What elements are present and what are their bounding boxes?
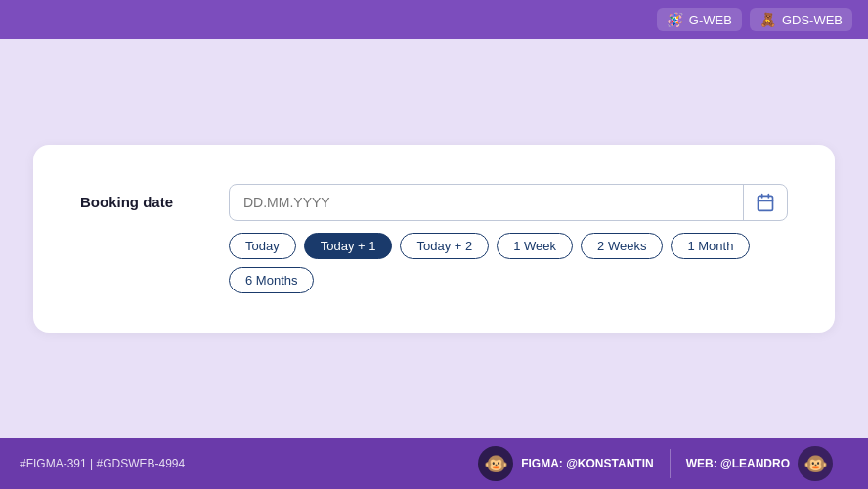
quick-btn-today-+-1[interactable]: Today + 1	[304, 233, 393, 259]
quick-buttons-group: TodayToday + 1Today + 21 Week2 Weeks1 Mo…	[229, 233, 788, 293]
top-bar: 🪅 G-WEB 🧸 GDS-WEB	[0, 0, 868, 39]
bottom-bar: #FIGMA-391 | #GDSWEB-4994 🐵 FIGMA: @KONS…	[0, 438, 868, 489]
quick-btn-today[interactable]: Today	[229, 233, 296, 259]
quick-btn-today-+-2[interactable]: Today + 2	[400, 233, 489, 259]
booking-card: Booking date TodayToday + 1Today + 21 W	[33, 145, 835, 333]
gds-web-button[interactable]: 🧸 GDS-WEB	[750, 8, 852, 31]
gds-web-label: GDS-WEB	[782, 13, 843, 27]
web-avatar: 🐵	[798, 446, 833, 481]
figma-section: 🐵 FIGMA: @KONSTANTIN	[462, 446, 669, 481]
booking-row: Booking date TodayToday + 1Today + 21 W	[80, 184, 788, 293]
quick-btn-6-months[interactable]: 6 Months	[229, 267, 314, 293]
date-input[interactable]	[230, 185, 743, 220]
calendar-button[interactable]	[743, 185, 787, 220]
gds-web-icon: 🧸	[760, 12, 776, 27]
calendar-icon	[756, 193, 775, 212]
bottom-right: 🐵 FIGMA: @KONSTANTIN WEB: @LEANDRO 🐵	[462, 446, 848, 481]
booking-label: Booking date	[80, 184, 197, 210]
bottom-left-text: #FIGMA-391 | #GDSWEB-4994	[20, 457, 185, 470]
booking-inputs: TodayToday + 1Today + 21 Week2 Weeks1 Mo…	[229, 184, 788, 293]
quick-btn-2-weeks[interactable]: 2 Weeks	[581, 233, 663, 259]
svg-rect-0	[759, 196, 773, 210]
main-content: Booking date TodayToday + 1Today + 21 W	[0, 39, 868, 438]
g-web-button[interactable]: 🪅 G-WEB	[657, 8, 742, 31]
quick-btn-1-month[interactable]: 1 Month	[671, 233, 750, 259]
g-web-icon: 🪅	[667, 12, 683, 27]
date-input-wrapper	[229, 184, 788, 221]
quick-btn-1-week[interactable]: 1 Week	[497, 233, 573, 259]
figma-avatar: 🐵	[478, 446, 513, 481]
web-label: WEB: @LEANDRO	[686, 457, 790, 470]
web-section: WEB: @LEANDRO 🐵	[671, 446, 848, 481]
g-web-label: G-WEB	[689, 13, 732, 27]
figma-label: FIGMA: @KONSTANTIN	[521, 457, 653, 470]
